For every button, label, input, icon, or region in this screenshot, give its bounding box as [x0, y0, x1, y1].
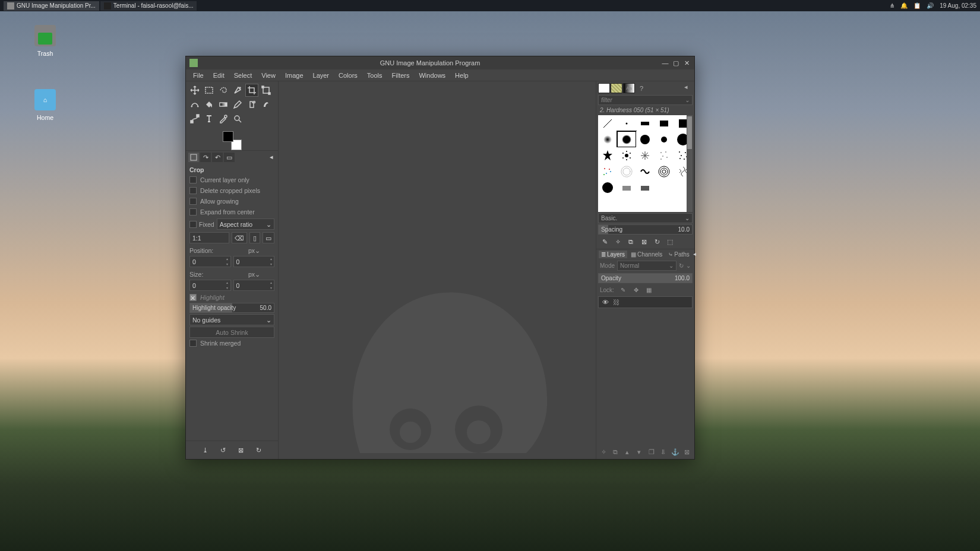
chk-delete-cropped[interactable]: Delete cropped pixels: [189, 185, 274, 196]
tab-device-status[interactable]: ↷: [200, 153, 211, 162]
brush-filter[interactable]: filter⌄: [598, 95, 693, 105]
dock-menu-icon[interactable]: ◂: [684, 83, 693, 93]
dock-menu-icon[interactable]: ◂: [267, 153, 276, 161]
link-icon[interactable]: ⛓: [613, 299, 619, 306]
tool-text[interactable]: [203, 112, 216, 125]
dock-menu-icon[interactable]: ◂: [693, 251, 696, 258]
tool-color-picker[interactable]: [217, 112, 230, 125]
menu-view[interactable]: View: [257, 71, 280, 80]
menu-windows[interactable]: Windows: [414, 71, 450, 80]
menu-edit[interactable]: Edit: [208, 71, 229, 80]
brush-item[interactable]: [655, 147, 674, 163]
maximize-button[interactable]: ▢: [672, 59, 680, 67]
position-unit-select[interactable]: px⌄: [248, 247, 274, 254]
brush-item[interactable]: [655, 115, 674, 131]
menu-filters[interactable]: Filters: [387, 71, 415, 80]
help-icon[interactable]: ?: [636, 83, 647, 93]
clipboard-icon[interactable]: 📋: [913, 2, 921, 9]
tool-gradient[interactable]: [217, 98, 230, 111]
notifications-icon[interactable]: 🔔: [900, 2, 908, 9]
chevron-down-icon[interactable]: ⌄: [686, 262, 691, 269]
tab-patterns[interactable]: [611, 83, 622, 93]
auto-shrink-button[interactable]: Auto Shrink: [189, 327, 274, 338]
guides-select[interactable]: No guides⌄: [189, 314, 274, 325]
brush-item[interactable]: [636, 131, 655, 147]
menu-file[interactable]: File: [188, 71, 208, 80]
delete-layer-icon[interactable]: ⊠: [682, 447, 692, 457]
tool-pencil[interactable]: [231, 98, 244, 111]
brush-scrollbar[interactable]: [687, 115, 693, 212]
duplicate-brush-icon[interactable]: ⧉: [626, 237, 636, 246]
menu-tools[interactable]: Tools: [362, 71, 387, 80]
edit-brush-icon[interactable]: ✎: [600, 237, 609, 246]
tab-images[interactable]: ▭: [224, 153, 235, 162]
delete-brush-icon[interactable]: ⊠: [639, 237, 649, 246]
tab-paths[interactable]: ⤷Paths: [666, 251, 692, 258]
brush-item[interactable]: [636, 179, 655, 195]
desktop-trash[interactable]: Trash: [26, 25, 64, 57]
lock-pixels-icon[interactable]: ✎: [619, 286, 627, 294]
reset-preset-icon[interactable]: ↻: [254, 445, 264, 455]
fg-bg-colors[interactable]: [223, 131, 242, 150]
taskbar-item-gimp[interactable]: GNU Image Manipulation Pr...: [4, 1, 99, 11]
tab-channels[interactable]: ▦Channels: [628, 251, 665, 258]
tool-smudge[interactable]: [260, 98, 273, 111]
menu-help[interactable]: Help: [450, 71, 473, 80]
tab-undo-history[interactable]: ↶: [212, 153, 223, 162]
tab-fonts[interactable]: Aa: [623, 83, 635, 93]
save-preset-icon[interactable]: ⤓: [200, 445, 211, 455]
brush-item-selected[interactable]: [617, 131, 636, 147]
brush-item[interactable]: [617, 179, 636, 195]
szy-input[interactable]: 0▴▾: [233, 280, 275, 291]
duplicate-layer-icon[interactable]: ❐: [647, 447, 656, 457]
brush-item[interactable]: [636, 163, 655, 179]
new-group-icon[interactable]: ⧉: [611, 447, 620, 457]
menu-select[interactable]: Select: [229, 71, 257, 80]
tool-clone[interactable]: [245, 98, 258, 111]
brush-item[interactable]: [655, 163, 674, 179]
chk-fixed[interactable]: [189, 221, 197, 228]
new-layer-icon[interactable]: ✧: [599, 447, 608, 457]
brush-item[interactable]: [598, 115, 617, 131]
visibility-icon[interactable]: 👁: [602, 299, 609, 306]
brush-item[interactable]: [617, 147, 636, 163]
tool-fuzzy-select[interactable]: [231, 84, 244, 97]
chk-current-layer[interactable]: Current layer only: [189, 175, 274, 185]
menu-colors[interactable]: Colors: [334, 71, 362, 80]
reset-mode-icon[interactable]: ↻: [679, 262, 684, 269]
tool-crop[interactable]: [245, 84, 258, 97]
brush-item[interactable]: [617, 163, 636, 179]
menu-layer[interactable]: Layer: [308, 71, 334, 80]
brush-item[interactable]: [617, 115, 636, 131]
ratio-input[interactable]: 1:1: [189, 232, 229, 243]
tool-move[interactable]: [188, 84, 201, 97]
posx-input[interactable]: 0▴▾: [189, 256, 231, 267]
brush-preset-select[interactable]: Basic.⌄: [598, 213, 693, 223]
chk-shrink-merged[interactable]: Shrink merged: [189, 338, 274, 349]
brush-item[interactable]: [655, 179, 674, 195]
desktop-home[interactable]: ⌂ Home: [26, 89, 64, 121]
delete-preset-icon[interactable]: ⊠: [236, 445, 246, 455]
tool-bucket-fill[interactable]: [203, 98, 216, 111]
spacing-slider[interactable]: Spacing 10.0: [598, 224, 693, 235]
brush-item[interactable]: [636, 147, 655, 163]
clear-ratio-button[interactable]: ⌫: [232, 232, 247, 243]
new-brush-icon[interactable]: ✧: [613, 237, 622, 246]
network-icon[interactable]: ⋔: [890, 2, 894, 9]
merge-down-icon[interactable]: ⥥: [659, 447, 668, 457]
orient-landscape-button[interactable]: ▭: [263, 232, 274, 243]
aspect-select[interactable]: Aspect ratio⌄: [217, 218, 274, 230]
minimize-button[interactable]: —: [661, 59, 669, 67]
size-unit-select[interactable]: px⌄: [248, 271, 274, 278]
opacity-slider[interactable]: Opacity 100.0: [598, 273, 693, 283]
brush-item[interactable]: [598, 147, 617, 163]
tab-tool-options[interactable]: [188, 153, 199, 162]
tool-free-select[interactable]: [217, 84, 230, 97]
chk-highlight[interactable]: ✕Highlight: [189, 292, 274, 303]
tool-warp[interactable]: [188, 98, 201, 111]
tool-zoom[interactable]: [231, 112, 244, 125]
open-as-image-icon[interactable]: ⬚: [665, 237, 675, 246]
orient-portrait-button[interactable]: ▯: [249, 232, 260, 243]
volume-icon[interactable]: 🔊: [927, 2, 934, 9]
layer-row[interactable]: 👁 ⛓: [598, 296, 693, 308]
